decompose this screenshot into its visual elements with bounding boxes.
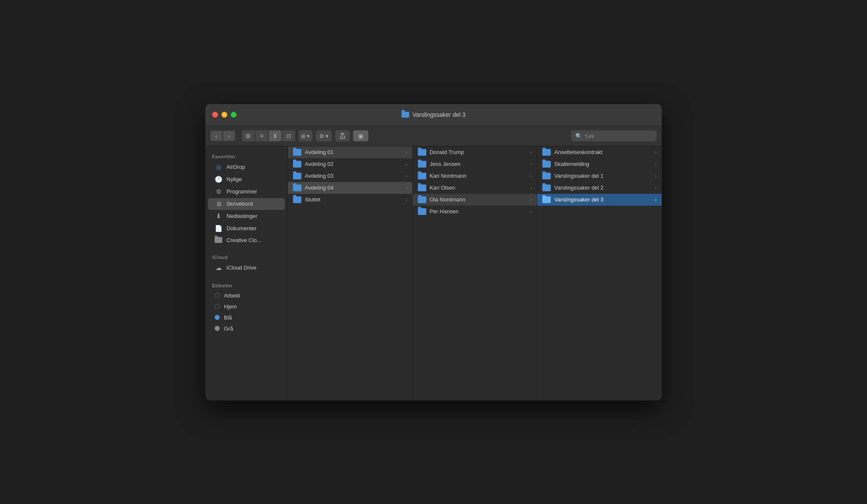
folder-icon <box>542 173 551 179</box>
sidebar-item-bla[interactable]: Blå <box>208 312 285 323</box>
chevron-right-icon: › <box>530 162 532 167</box>
finder-window: Varslingssaker del 3 ‹ › ⊞ ≡ ⦀ ⊡ ⊞ ▾ ⚙ ▾ <box>205 104 662 401</box>
back-button[interactable]: ‹ <box>210 131 222 141</box>
toolbar: ‹ › ⊞ ≡ ⦀ ⊡ ⊞ ▾ ⚙ ▾ ▣ 🔍 <box>205 126 662 146</box>
sidebar-item-programmer[interactable]: ⚙ Programmer <box>208 186 285 198</box>
sidebar-item-label: Blå <box>224 314 232 321</box>
icloud-header: iCloud <box>205 252 287 262</box>
chevron-right-icon: › <box>655 197 657 202</box>
list-item[interactable]: Jens Jensen › <box>413 158 537 170</box>
list-view-button[interactable]: ≡ <box>255 130 268 141</box>
traffic-lights <box>212 112 237 118</box>
folder-icon <box>418 161 426 168</box>
arbeid-dot <box>215 293 220 298</box>
search-bar: 🔍 <box>571 130 657 141</box>
column-view-button[interactable]: ⦀ <box>269 130 282 141</box>
item-label: Jens Jensen <box>430 161 527 167</box>
sidebar-item-label: Dokumenter <box>226 225 257 231</box>
minimize-button[interactable] <box>221 112 227 118</box>
title-text: Varslingssaker del 3 <box>412 111 465 118</box>
sidebar-item-label: Nylige <box>226 176 242 182</box>
item-label: Ola Nordmann <box>430 196 527 203</box>
sidebar-item-nylige[interactable]: 🕐 Nylige <box>208 174 285 185</box>
view-dropdown-icon: ⊞ <box>301 133 306 139</box>
apps-icon: ⚙ <box>215 188 222 196</box>
chevron-right-icon: › <box>530 197 532 202</box>
item-label: Avdeling 04 <box>305 185 402 191</box>
list-item[interactable]: Kari Olsen › <box>413 182 537 194</box>
list-item[interactable]: Ola Nordmann › <box>413 194 537 206</box>
sidebar-item-hjem[interactable]: Hjem <box>208 301 285 312</box>
action-chevron: ▾ <box>326 133 329 139</box>
chevron-right-icon: › <box>406 162 407 167</box>
item-label: Skattemelding <box>554 161 652 167</box>
sidebar-item-label: AirDrop <box>226 164 245 170</box>
sidebar: Favoritter ◎ AirDrop 🕐 Nylige ⚙ Programm… <box>205 146 288 400</box>
view-buttons: ⊞ ≡ ⦀ ⊡ <box>242 130 295 141</box>
folder-icon <box>215 237 222 243</box>
list-item[interactable]: Varslingssaker del 2 › <box>537 182 662 194</box>
sidebar-item-dokumenter[interactable]: 📄 Dokumenter <box>208 223 285 234</box>
hjem-dot <box>215 304 220 309</box>
folder-icon <box>293 173 301 179</box>
nav-buttons: ‹ › <box>210 131 235 141</box>
list-item[interactable]: Avdeling 01 › <box>288 146 412 158</box>
list-item[interactable]: Avdeling 03 › <box>288 170 412 182</box>
browser-pane-2: Donald Trump › Jens Jensen › Kari Nordma… <box>413 146 538 400</box>
quick-look-button[interactable]: ▣ <box>353 130 368 141</box>
list-item[interactable]: Avdeling 02 › <box>288 158 412 170</box>
search-input[interactable] <box>585 133 652 139</box>
search-icon: 🔍 <box>575 133 582 139</box>
title-folder-icon <box>401 112 409 118</box>
item-label: Donald Trump <box>430 149 527 155</box>
sidebar-item-gra[interactable]: Grå <box>208 323 285 334</box>
item-label: Sluttet <box>305 196 402 203</box>
folder-icon <box>293 185 301 191</box>
gear-icon: ⚙ <box>319 133 324 139</box>
chevron-right-icon: › <box>406 197 407 202</box>
share-icon <box>340 132 345 139</box>
folder-icon <box>293 149 301 156</box>
close-button[interactable] <box>212 112 218 118</box>
list-item[interactable]: Varslingssaker del 3 › <box>537 194 662 206</box>
sidebar-item-label: Hjem <box>224 303 237 310</box>
list-item[interactable]: Kari Nordmann › <box>413 170 537 182</box>
sidebar-item-icloud-drive[interactable]: ☁ iCloud Drive <box>208 262 285 274</box>
gallery-view-button[interactable]: ⊡ <box>282 130 295 141</box>
folder-icon <box>418 208 426 215</box>
list-item[interactable]: Ansettelseskontrakt › <box>537 146 662 158</box>
sidebar-item-nedlastinger[interactable]: ⬇ Nedlastinger <box>208 210 285 222</box>
icon-view-button[interactable]: ⊞ <box>242 130 254 141</box>
list-item[interactable]: Avdeling 04 › <box>288 182 412 194</box>
chevron-right-icon: › <box>406 185 407 190</box>
list-item[interactable]: Varslingssaker del 1 › <box>537 170 662 182</box>
chevron-right-icon: › <box>406 174 407 179</box>
sidebar-item-airdrop[interactable]: ◎ AirDrop <box>208 161 285 173</box>
sidebar-item-label: iCloud Drive <box>226 264 257 271</box>
share-button[interactable] <box>335 130 350 141</box>
folder-icon <box>542 149 551 156</box>
list-item[interactable]: Sluttet › <box>288 194 412 206</box>
chevron-right-icon: › <box>530 150 532 155</box>
chevron-right-icon: › <box>530 185 532 190</box>
sidebar-item-label: Arbeid <box>224 292 240 299</box>
main-content: Favoritter ◎ AirDrop 🕐 Nylige ⚙ Programm… <box>205 146 662 400</box>
list-item[interactable]: Skattemelding › <box>537 158 662 170</box>
chevron-right-icon: › <box>406 150 407 155</box>
list-item[interactable]: Donald Trump › <box>413 146 537 158</box>
sidebar-item-label: Grå <box>224 325 233 332</box>
sidebar-item-arbeid[interactable]: Arbeid <box>208 290 285 301</box>
sidebar-item-skrivebord[interactable]: 🖥 Skrivebord <box>208 198 285 210</box>
chevron-right-icon: › <box>530 174 532 179</box>
action-button[interactable]: ⚙ ▾ <box>316 130 332 141</box>
list-item[interactable]: Per Hansen › <box>413 206 537 218</box>
browser-pane-1: Avdeling 01 › Avdeling 02 › Avdeling 03 … <box>288 146 413 400</box>
view-dropdown-button[interactable]: ⊞ ▾ <box>298 130 312 141</box>
folder-icon <box>542 196 551 203</box>
forward-button[interactable]: › <box>223 131 235 141</box>
quick-look-icon: ▣ <box>358 133 363 139</box>
maximize-button[interactable] <box>231 112 237 118</box>
chevron-right-icon: › <box>530 209 532 214</box>
sidebar-item-creative-cloud[interactable]: Creative Clo... <box>208 235 285 245</box>
folder-icon <box>542 161 551 168</box>
